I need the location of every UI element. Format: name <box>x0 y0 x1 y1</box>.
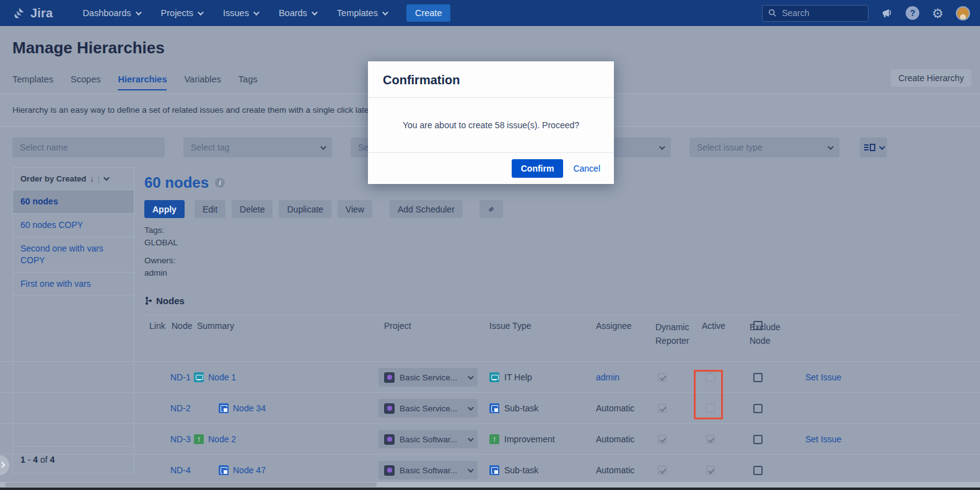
subtask-icon <box>489 403 499 413</box>
tab-variables[interactable]: Variables <box>184 74 221 90</box>
node-summary-link[interactable]: Node 1 <box>208 372 236 382</box>
order-by-control[interactable]: Order by Created ↓ | <box>13 168 134 190</box>
highlight-annotation-box <box>694 370 723 419</box>
owners-label: Owners: <box>144 255 178 267</box>
top-navbar: Jira Dashboards Projects Issues Boards T… <box>0 0 980 26</box>
action-buttons: Apply Edit Delete Duplicate View Add Sch… <box>144 200 509 218</box>
active-checkbox <box>706 466 715 475</box>
column-dynamic-reporter: Dynamic Reporter <box>655 321 702 348</box>
nodes-table-header: Link Node Summary Project Issue Type Ass… <box>0 321 980 361</box>
filter-issue-type-select[interactable]: Select issue type <box>689 138 839 157</box>
nav-item-boards[interactable]: Boards <box>279 8 316 18</box>
filter-tag-select[interactable]: Select tag <box>183 138 332 157</box>
tab-hierarchies[interactable]: Hierarchies <box>118 74 167 90</box>
node-key-link[interactable]: ND-3 <box>170 434 191 444</box>
search-box[interactable] <box>762 5 868 22</box>
settings-gear-icon[interactable]: ⚙ <box>932 7 943 20</box>
nodes-section-title: Nodes <box>156 295 185 306</box>
node-summary-link[interactable]: Node 2 <box>208 434 236 444</box>
chevron-down-icon[interactable] <box>103 175 110 181</box>
node-key-link[interactable]: ND-1 <box>170 372 191 382</box>
assignee-value[interactable]: admin <box>596 372 619 382</box>
jira-logo-icon <box>12 6 26 20</box>
search-input[interactable] <box>782 8 856 18</box>
project-select[interactable]: Basic Softwar... <box>378 430 478 448</box>
node-summary-link[interactable]: Node 47 <box>233 465 266 475</box>
edit-button[interactable]: Edit <box>195 200 225 218</box>
exclude-node-checkbox[interactable] <box>753 435 763 444</box>
nav-item-projects[interactable]: Projects <box>161 8 202 18</box>
view-toggle-button[interactable] <box>860 138 887 157</box>
apply-button[interactable]: Apply <box>144 200 185 218</box>
hierarchy-tree-icon <box>144 296 153 305</box>
column-assignee: Assignee <box>596 321 632 331</box>
sidebar-item-first-one-with-vars[interactable]: First one with vars <box>13 273 134 296</box>
add-scheduler-button[interactable]: Add Scheduler <box>390 200 463 218</box>
delete-button[interactable]: Delete <box>232 200 273 218</box>
help-icon[interactable]: ? <box>906 6 919 20</box>
set-issue-link[interactable]: Set Issue <box>805 372 841 382</box>
tab-templates[interactable]: Templates <box>12 74 53 90</box>
project-select[interactable]: Basic Service... <box>378 399 478 418</box>
nodes-table-body: ND-1 Node 1 Basic Service... IT Help adm… <box>0 361 980 485</box>
node-key-link[interactable]: ND-2 <box>170 403 191 413</box>
sidebar-item-60-nodes[interactable]: 60 nodes <box>13 190 134 214</box>
set-issue-link[interactable]: Set Issue <box>805 434 841 444</box>
project-select[interactable]: Basic Softwar... <box>378 461 478 479</box>
info-icon[interactable]: i <box>215 178 225 188</box>
nav-item-issues[interactable]: Issues <box>223 8 258 18</box>
it-help-icon <box>194 372 204 382</box>
chevron-down-icon <box>828 144 834 150</box>
active-checkbox <box>706 435 715 444</box>
subtask-icon <box>219 465 229 475</box>
cancel-link[interactable]: Cancel <box>573 164 600 173</box>
node-key-link[interactable]: ND-4 <box>170 465 191 475</box>
nav-menu: Dashboards Projects Issues Boards Templa… <box>82 8 387 18</box>
user-avatar[interactable] <box>956 6 970 20</box>
column-link: Link <box>149 321 165 331</box>
sort-descending-icon[interactable]: ↓ <box>90 174 94 183</box>
exclude-node-checkbox[interactable] <box>753 466 763 475</box>
sidebar-item-second-one-with-vars-copy[interactable]: Second one with vars COPY <box>13 237 134 273</box>
divider <box>144 315 959 315</box>
exclude-all-checkbox[interactable] <box>753 321 763 330</box>
tab-scopes[interactable]: Scopes <box>71 74 100 90</box>
exclude-node-checkbox[interactable] <box>753 373 763 382</box>
assignee-value: Automatic <box>596 403 634 413</box>
page-title: Manage Hierarchies <box>12 38 165 58</box>
info-text: Hierarchy is an easy way to define a set… <box>12 105 374 115</box>
navbar-right: ? ⚙ <box>762 5 970 22</box>
announcements-icon[interactable] <box>881 7 893 19</box>
jira-logo-text: Jira <box>30 6 53 20</box>
improvement-icon <box>489 434 499 444</box>
node-summary-link[interactable]: Node 34 <box>233 403 266 413</box>
tab-bar: Templates Scopes Hierarchies Variables T… <box>12 74 257 90</box>
chevron-down-icon <box>878 144 885 150</box>
chevron-down-icon <box>382 9 388 15</box>
issue-type-label: Sub-task <box>504 465 538 475</box>
app-screen: Jira Dashboards Projects Issues Boards T… <box>0 0 980 490</box>
copy-link-button[interactable] <box>479 200 503 218</box>
node-row: ND-1 Node 1 Basic Service... IT Help adm… <box>0 361 980 392</box>
duplicate-button[interactable]: Duplicate <box>279 200 331 218</box>
confirm-button[interactable]: Confirm <box>512 159 564 178</box>
view-button[interactable]: View <box>338 200 372 218</box>
chevron-down-icon <box>468 466 474 473</box>
scrollbar-thumb[interactable] <box>5 483 377 487</box>
create-button[interactable]: Create <box>406 4 451 22</box>
project-avatar <box>384 403 395 414</box>
issue-type-label: Sub-task <box>504 403 538 413</box>
subtask-icon <box>489 465 499 475</box>
nav-item-templates[interactable]: Templates <box>337 8 387 18</box>
exclude-node-checkbox[interactable] <box>753 404 763 413</box>
tab-tags[interactable]: Tags <box>238 74 258 90</box>
dynamic-reporter-checkbox <box>658 404 667 413</box>
jira-logo[interactable]: Jira <box>12 6 53 20</box>
nav-item-dashboards[interactable]: Dashboards <box>82 8 139 18</box>
filter-name-input[interactable] <box>12 138 165 157</box>
project-avatar <box>384 434 395 445</box>
sidebar-item-60-nodes-copy[interactable]: 60 nodes COPY <box>13 214 134 237</box>
create-hierarchy-button[interactable]: Create Hierarchy <box>891 69 971 87</box>
project-select[interactable]: Basic Service... <box>378 368 478 387</box>
hierarchy-meta: Tags:GLOBAL Owners:admin <box>144 224 178 284</box>
